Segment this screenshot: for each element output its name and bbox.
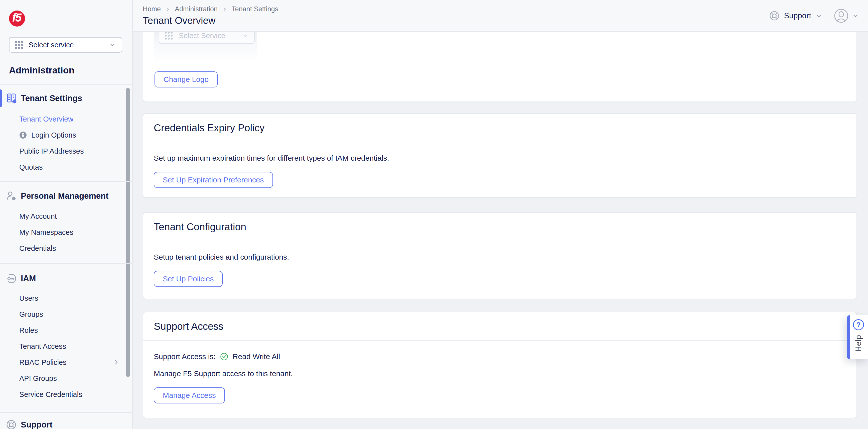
status-label: Support Access is: bbox=[154, 352, 216, 361]
logo-preview-select-service: Select Service bbox=[159, 32, 255, 44]
status-value: Read Write All bbox=[232, 352, 280, 361]
chevron-down-icon bbox=[852, 12, 859, 19]
sidebar-section-personal-management[interactable]: Personal Management bbox=[0, 187, 132, 205]
sidebar-item-label: Login Options bbox=[31, 131, 76, 139]
divider bbox=[0, 412, 132, 413]
sidebar-item-roles[interactable]: Roles bbox=[0, 322, 132, 338]
chevron-right-icon bbox=[222, 6, 227, 12]
service-select-label: Select service bbox=[29, 41, 103, 49]
logo-preview-label: Select Service bbox=[179, 32, 236, 40]
sidebar-item-label: Users bbox=[19, 294, 38, 303]
sidebar-item-label: Groups bbox=[19, 310, 43, 318]
chevron-right-icon bbox=[113, 359, 120, 366]
sidebar-item-label: Credentials bbox=[19, 244, 56, 253]
set-up-expiration-preferences-button[interactable]: Set Up Expiration Preferences bbox=[154, 172, 273, 188]
sidebar-item-tenant-access[interactable]: Tenant Access bbox=[0, 338, 132, 354]
sidebar-section-label: Personal Management bbox=[21, 191, 108, 201]
card-title: Support Access bbox=[143, 312, 857, 341]
service-select-dropdown[interactable]: Select service bbox=[9, 37, 122, 53]
topbar-right: Support bbox=[769, 8, 859, 23]
sidebar-section-tenant-settings[interactable]: Tenant Settings bbox=[0, 89, 132, 107]
sidebar-item-users[interactable]: Users bbox=[0, 290, 132, 306]
topbar-left: Home Administration Tenant Settings Tena… bbox=[143, 5, 278, 26]
page-title: Tenant Overview bbox=[143, 15, 278, 26]
set-up-policies-button[interactable]: Set Up Policies bbox=[154, 271, 223, 287]
breadcrumb-tenant-settings: Tenant Settings bbox=[231, 5, 278, 13]
sidebar-item-label: Roles bbox=[19, 326, 38, 335]
sidebar-item-label: Quotas bbox=[19, 163, 43, 171]
f5-logo-text: f5 bbox=[12, 11, 21, 24]
tenant-configuration-card: Tenant Configuration Setup tenant polici… bbox=[143, 212, 857, 299]
check-circle-icon bbox=[220, 352, 228, 361]
person-gear-icon bbox=[6, 191, 17, 201]
sidebar-item-my-account[interactable]: My Account bbox=[0, 208, 132, 224]
sidebar-item-public-ip-addresses[interactable]: Public IP Addresses bbox=[0, 143, 132, 159]
support-menu[interactable]: Support bbox=[769, 10, 823, 21]
sidebar-nav-title: Administration bbox=[9, 65, 74, 76]
sidebar-section-support[interactable]: Support bbox=[0, 416, 132, 429]
breadcrumb-home-link[interactable]: Home bbox=[143, 5, 161, 13]
card-title: Credentials Expiry Policy bbox=[143, 114, 857, 142]
divider bbox=[0, 181, 132, 182]
card-description: Set up maximum expiration times for diff… bbox=[154, 154, 846, 162]
sidebar-item-groups[interactable]: Groups bbox=[0, 306, 132, 322]
change-logo-button[interactable]: Change Logo bbox=[155, 72, 218, 87]
card-description: Manage F5 Support access to this tenant. bbox=[154, 369, 846, 378]
sidebar-item-label: My Namespaces bbox=[19, 228, 73, 236]
sidebar-item-label: Tenant Access bbox=[19, 342, 66, 350]
tenant-settings-icon bbox=[6, 93, 17, 104]
f5-logo[interactable]: f5 bbox=[9, 10, 25, 27]
question-mark-icon: ? bbox=[853, 319, 864, 330]
key-icon bbox=[6, 273, 17, 284]
account-menu[interactable] bbox=[834, 8, 859, 23]
sidebar-item-quotas[interactable]: Quotas bbox=[0, 159, 132, 175]
divider bbox=[0, 84, 132, 85]
support-access-card: Support Access Support Access is: Read W… bbox=[143, 312, 857, 418]
topbar: Home Administration Tenant Settings Tena… bbox=[133, 0, 868, 32]
sidebar-item-tenant-overview[interactable]: Tenant Overview bbox=[0, 111, 132, 127]
sidebar: f5 Select service Administration bbox=[0, 0, 133, 429]
lifebuoy-icon bbox=[769, 10, 780, 21]
sidebar-item-label: Public IP Addresses bbox=[19, 147, 84, 155]
sidebar-item-api-groups[interactable]: API Groups bbox=[0, 370, 132, 387]
sidebar-section-label: Tenant Settings bbox=[21, 93, 82, 103]
chevron-down-icon bbox=[815, 12, 823, 19]
card-title: Tenant Configuration bbox=[143, 213, 857, 241]
sidebar-item-label: My Account bbox=[19, 212, 57, 221]
breadcrumb-administration[interactable]: Administration bbox=[175, 5, 218, 13]
credentials-expiry-card: Credentials Expiry Policy Set up maximum… bbox=[143, 113, 857, 198]
sidebar-nav: Tenant Settings Tenant Overview Login Op… bbox=[0, 84, 132, 429]
sidebar-item-label: RBAC Policies bbox=[19, 358, 67, 367]
app-root: f5 Select service Administration bbox=[0, 0, 868, 429]
help-tab[interactable]: ? Help bbox=[847, 315, 868, 359]
sidebar-section-label: Support bbox=[21, 420, 52, 429]
support-menu-label: Support bbox=[784, 11, 811, 20]
sidebar-item-rbac-policies[interactable]: RBAC Policies bbox=[0, 354, 132, 370]
chevron-right-icon bbox=[165, 6, 170, 12]
sidebar-item-credentials[interactable]: Credentials bbox=[0, 240, 132, 256]
lifebuoy-icon bbox=[6, 419, 17, 429]
sidebar-section-label: IAM bbox=[21, 274, 36, 283]
support-access-status-row: Support Access is: Read Write All bbox=[154, 352, 846, 361]
help-tab-label: Help bbox=[854, 335, 863, 352]
lock-icon bbox=[19, 131, 27, 139]
manage-access-button[interactable]: Manage Access bbox=[154, 388, 225, 403]
sidebar-item-login-options[interactable]: Login Options bbox=[0, 127, 132, 143]
breadcrumb: Home Administration Tenant Settings bbox=[143, 5, 278, 13]
sidebar-item-label: Tenant Overview bbox=[19, 115, 73, 123]
sidebar-item-my-namespaces[interactable]: My Namespaces bbox=[0, 224, 132, 240]
logo-card: Select Service Change Logo bbox=[143, 32, 857, 102]
sidebar-section-iam[interactable]: IAM bbox=[0, 269, 132, 287]
divider bbox=[0, 263, 132, 264]
sidebar-item-label: Service Credentials bbox=[19, 391, 82, 399]
sidebar-item-service-credentials[interactable]: Service Credentials bbox=[0, 387, 132, 402]
grid-icon bbox=[165, 32, 173, 39]
main-content: Select Service Change Logo Credentials E… bbox=[133, 32, 868, 429]
chevron-down-icon bbox=[109, 41, 116, 49]
avatar-icon bbox=[834, 8, 848, 23]
card-description: Setup tenant policies and configurations… bbox=[154, 253, 846, 261]
sidebar-item-label: API Groups bbox=[19, 374, 57, 383]
chevron-down-icon bbox=[242, 32, 249, 39]
grid-icon bbox=[15, 41, 23, 49]
